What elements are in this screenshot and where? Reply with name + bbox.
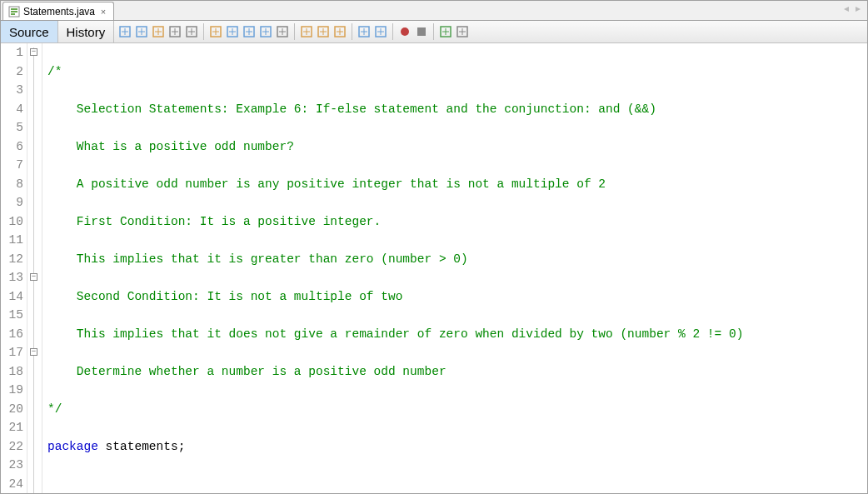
toggle-highlight-icon[interactable] (151, 24, 166, 39)
prev-edit-icon[interactable] (117, 24, 132, 39)
select-block-icon[interactable] (275, 24, 290, 39)
view-source-tab[interactable]: Source (1, 21, 58, 42)
code-content[interactable]: /* Selection Statements: Example 6: If-e… (42, 43, 867, 493)
tab-scroll-left-icon[interactable]: ◂ (844, 2, 852, 11)
java-file-icon (8, 6, 20, 17)
uncomment-icon[interactable] (373, 24, 388, 39)
line-number-gutter: 123456789101112131415161718192021222324 (1, 43, 27, 493)
shift-left-icon[interactable] (299, 24, 314, 39)
line-number: 16 (1, 325, 23, 344)
line-number: 9 (1, 193, 23, 212)
line-number: 10 (1, 212, 23, 232)
svg-rect-3 (11, 13, 15, 15)
line-number: 23 (1, 456, 23, 475)
line-number: 4 (1, 100, 23, 119)
line-number: 5 (1, 118, 23, 137)
code-editor[interactable]: 123456789101112131415161718192021222324 … (1, 43, 867, 493)
line-number: 6 (1, 137, 23, 157)
line-number: 19 (1, 381, 23, 400)
line-number: 13 (1, 268, 23, 287)
svg-rect-2 (11, 11, 17, 12)
line-wrap-icon[interactable] (184, 24, 199, 39)
find-prev-icon[interactable] (225, 24, 240, 39)
line-number: 3 (1, 81, 23, 100)
fold-toggle-icon[interactable]: − (30, 273, 37, 281)
line-number: 17 (1, 343, 23, 362)
file-tab[interactable]: Statements.java × (2, 2, 114, 20)
line-number: 15 (1, 306, 23, 325)
comment-icon[interactable] (357, 24, 372, 39)
line-number: 7 (1, 156, 23, 175)
diff-toggle-icon[interactable] (455, 24, 470, 39)
tab-scroll-right-icon[interactable]: ▸ (856, 2, 864, 11)
view-history-tab[interactable]: History (58, 21, 115, 42)
line-number: 1 (1, 43, 23, 62)
fold-toggle-icon[interactable]: − (30, 48, 37, 56)
find-selection-icon[interactable] (208, 24, 223, 39)
next-edit-icon[interactable] (134, 24, 149, 39)
find-next-icon[interactable] (242, 24, 257, 39)
line-number: 22 (1, 437, 23, 457)
format-icon[interactable] (332, 24, 347, 39)
fold-toggle-icon[interactable]: − (30, 348, 37, 356)
line-number: 2 (1, 62, 23, 82)
toggle-bookmark-icon[interactable] (167, 24, 182, 39)
svg-point-19 (401, 27, 409, 36)
tab-nav-arrows: ◂ ▸ (844, 2, 864, 11)
svg-rect-20 (417, 27, 426, 36)
toggle-mark-icon[interactable] (258, 24, 273, 39)
line-number: 21 (1, 418, 23, 437)
svg-rect-1 (11, 8, 17, 10)
line-number: 11 (1, 231, 23, 250)
close-tab-icon[interactable]: × (98, 7, 108, 17)
file-tab-bar: Statements.java × ◂ ▸ (1, 1, 867, 21)
file-tab-label: Statements.java (23, 6, 95, 17)
line-number: 12 (1, 250, 23, 269)
line-number: 8 (1, 175, 23, 194)
diff-sidebar-icon[interactable] (438, 24, 453, 39)
start-macro-icon[interactable] (397, 24, 412, 39)
shift-right-icon[interactable] (316, 24, 331, 39)
stop-macro-icon[interactable] (414, 24, 429, 39)
line-number: 18 (1, 362, 23, 382)
line-number: 24 (1, 475, 23, 494)
line-number: 20 (1, 400, 23, 419)
editor-toolbar: Source History (1, 21, 867, 43)
fold-gutter: −−− (27, 43, 42, 493)
line-number: 14 (1, 287, 23, 307)
